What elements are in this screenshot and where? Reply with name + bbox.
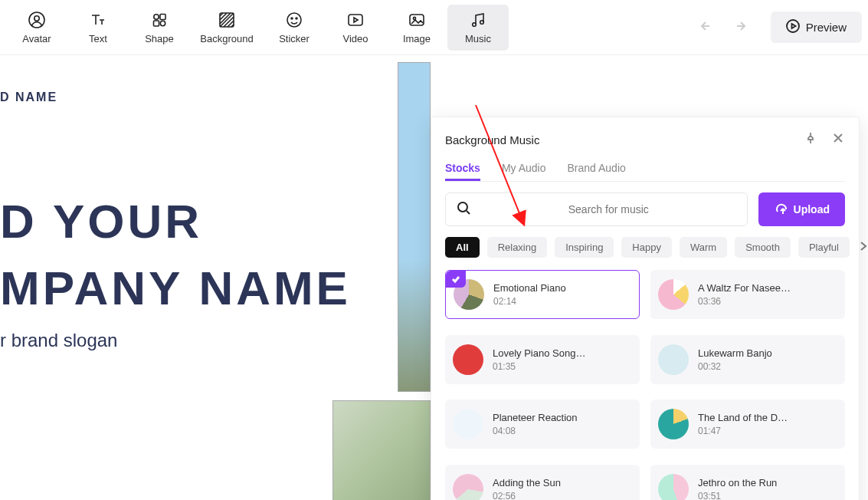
search-input[interactable] bbox=[481, 203, 736, 215]
tab-stocks[interactable]: Stocks bbox=[445, 157, 480, 181]
track-duration: 02:56 bbox=[493, 491, 561, 501]
chip-playful[interactable]: Playful bbox=[798, 237, 850, 258]
svg-point-13 bbox=[473, 23, 477, 27]
track-duration: 00:32 bbox=[698, 361, 772, 372]
track-item[interactable]: Lukewarm Banjo00:32 bbox=[650, 335, 845, 384]
preview-label: Preview bbox=[806, 21, 847, 34]
redo-icon[interactable] bbox=[731, 18, 748, 38]
track-item[interactable]: Adding the Sun02:56 bbox=[445, 465, 640, 501]
sticker-icon bbox=[284, 10, 304, 30]
chip-warm[interactable]: Warm bbox=[680, 237, 727, 258]
track-title: A Waltz For Nasee… bbox=[698, 282, 791, 294]
tab-my-audio[interactable]: My Audio bbox=[502, 157, 546, 181]
track-duration: 01:35 bbox=[493, 361, 585, 372]
upload-icon bbox=[774, 202, 788, 218]
chevron-right-icon[interactable] bbox=[857, 240, 868, 255]
track-title: Planeteer Reaction bbox=[493, 412, 578, 423]
undo-icon[interactable] bbox=[699, 18, 716, 38]
svg-point-14 bbox=[480, 21, 484, 25]
check-icon bbox=[446, 271, 466, 288]
chip-inspiring[interactable]: Inspiring bbox=[555, 237, 614, 258]
panel-tabs: Stocks My Audio Brand Audio bbox=[445, 157, 845, 182]
chip-all[interactable]: All bbox=[445, 237, 480, 258]
shape-icon bbox=[149, 10, 169, 30]
music-panel: Background Music Stocks My Audio Brand A… bbox=[431, 117, 860, 500]
track-item[interactable]: Jethro on the Run03:51 bbox=[650, 465, 845, 501]
video-icon bbox=[346, 10, 365, 30]
tool-music[interactable]: Music bbox=[447, 5, 509, 51]
track-title: Emotional Piano bbox=[493, 282, 566, 294]
svg-point-8 bbox=[291, 18, 293, 19]
track-title: Adding the Sun bbox=[493, 477, 561, 488]
close-icon[interactable] bbox=[831, 131, 845, 148]
undo-redo bbox=[699, 18, 748, 38]
brand-name-label: D NAME bbox=[0, 90, 57, 104]
track-art bbox=[453, 409, 483, 439]
chip-smooth[interactable]: Smooth bbox=[735, 237, 791, 258]
svg-rect-4 bbox=[154, 21, 159, 26]
svg-point-5 bbox=[160, 21, 165, 25]
upload-label: Upload bbox=[794, 203, 830, 215]
chip-happy[interactable]: Happy bbox=[621, 237, 672, 258]
track-item[interactable]: Lovely Piano Song…01:35 bbox=[445, 335, 640, 384]
tool-text[interactable]: Text bbox=[67, 5, 129, 51]
panel-title: Background Music bbox=[445, 133, 804, 146]
text-icon bbox=[88, 10, 108, 30]
tool-label: Shape bbox=[145, 33, 174, 44]
headline-line1: D YOUR bbox=[0, 189, 351, 255]
track-title: Jethro on the Run bbox=[698, 477, 777, 488]
tool-label: Video bbox=[342, 33, 368, 44]
image-icon bbox=[407, 10, 427, 30]
track-duration: 04:08 bbox=[493, 426, 578, 436]
track-item[interactable]: Emotional Piano02:14 bbox=[445, 270, 640, 319]
chip-relaxing[interactable]: Relaxing bbox=[487, 237, 548, 258]
track-title: The Land of the D… bbox=[698, 412, 788, 423]
tool-sticker[interactable]: Sticker bbox=[264, 5, 325, 51]
track-title: Lovely Piano Song… bbox=[493, 347, 585, 359]
slogan: r brand slogan bbox=[0, 330, 117, 351]
track-duration: 01:47 bbox=[698, 426, 788, 436]
tool-avatar[interactable]: Avatar bbox=[6, 5, 67, 51]
canvas-photo-room bbox=[332, 400, 431, 500]
track-art bbox=[658, 344, 689, 375]
track-duration: 03:36 bbox=[698, 296, 791, 307]
background-icon bbox=[217, 10, 237, 30]
tool-label: Avatar bbox=[22, 33, 51, 44]
track-title: Lukewarm Banjo bbox=[698, 347, 772, 359]
play-icon bbox=[786, 19, 800, 35]
svg-point-16 bbox=[458, 202, 467, 212]
track-duration: 02:14 bbox=[493, 296, 566, 307]
chip-row: All Relaxing Inspiring Happy Warm Smooth… bbox=[445, 237, 845, 258]
tool-video[interactable]: Video bbox=[325, 5, 386, 51]
svg-point-2 bbox=[154, 15, 159, 19]
tool-label: Image bbox=[403, 33, 431, 44]
search-box[interactable] bbox=[445, 192, 748, 226]
track-item[interactable]: A Waltz For Nasee…03:36 bbox=[650, 270, 845, 319]
track-grid: Emotional Piano02:14A Waltz For Nasee…03… bbox=[445, 270, 845, 500]
svg-rect-3 bbox=[160, 15, 165, 20]
canvas: D NAME D YOUR MPANY NAME r brand slogan … bbox=[0, 55, 868, 500]
headline: D YOUR MPANY NAME bbox=[0, 189, 351, 322]
tool-label: Sticker bbox=[279, 33, 310, 44]
tool-image[interactable]: Image bbox=[386, 5, 447, 51]
tool-shape[interactable]: Shape bbox=[129, 5, 190, 51]
track-duration: 03:51 bbox=[698, 491, 777, 501]
canvas-photo-strip bbox=[398, 62, 431, 392]
upload-button[interactable]: Upload bbox=[758, 192, 845, 226]
tool-label: Music bbox=[465, 33, 491, 44]
preview-button[interactable]: Preview bbox=[771, 12, 862, 43]
track-item[interactable]: The Land of the D…01:47 bbox=[650, 400, 845, 449]
track-item[interactable]: Planeteer Reaction04:08 bbox=[445, 400, 640, 449]
tool-label: Background bbox=[200, 33, 253, 44]
track-art bbox=[658, 279, 689, 310]
svg-point-15 bbox=[787, 20, 799, 32]
avatar-icon bbox=[27, 10, 47, 30]
svg-point-7 bbox=[287, 13, 301, 27]
svg-point-9 bbox=[296, 18, 297, 19]
tab-brand-audio[interactable]: Brand Audio bbox=[568, 157, 626, 181]
pin-icon[interactable] bbox=[804, 131, 817, 148]
tool-background[interactable]: Background bbox=[190, 5, 264, 51]
search-icon bbox=[457, 201, 470, 218]
toolbar: Avatar Text Shape Background Sticker Vid… bbox=[0, 0, 868, 55]
headline-line2: MPANY NAME bbox=[0, 255, 351, 322]
